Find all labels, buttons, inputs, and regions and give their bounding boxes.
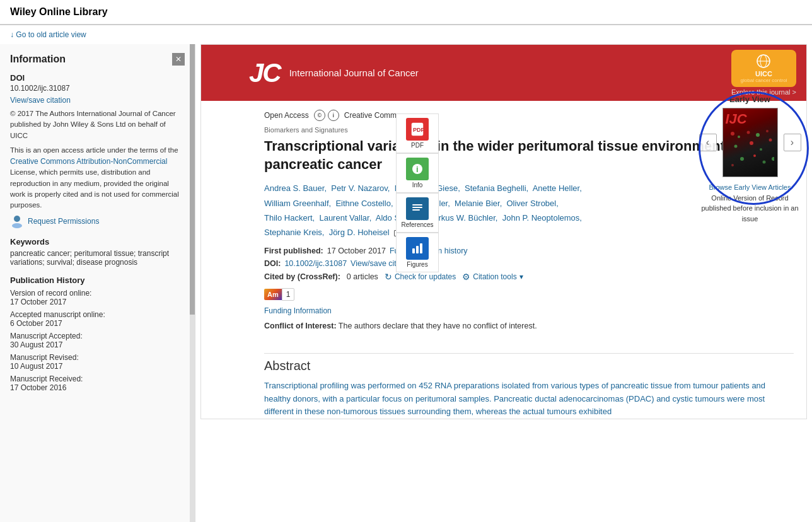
pdf-tool-button[interactable]: PDF PDF	[396, 113, 439, 153]
author-link[interactable]: Jörg D. Hoheisel	[329, 228, 390, 237]
keywords-label: Keywords	[10, 237, 185, 246]
sidebar-title: Information	[10, 54, 66, 65]
svg-rect-9	[412, 248, 415, 253]
svg-point-23	[760, 148, 762, 151]
svg-point-0	[14, 216, 20, 222]
doi-value-link[interactable]: 10.1002/ijc.31087	[284, 259, 347, 268]
author-link[interactable]: William Greenhalf	[264, 199, 329, 208]
dropdown-arrow-icon: ▾	[519, 272, 523, 281]
old-article-link-text: ↓ Go to old article view	[10, 30, 86, 39]
information-sidebar: Information ✕ DOI 10.1002/ijc.31087 View…	[0, 44, 195, 522]
references-icon	[411, 202, 424, 215]
svg-rect-6	[412, 204, 422, 206]
author-link[interactable]: Oliver Strobel	[506, 199, 556, 208]
svg-point-1	[12, 223, 22, 228]
funding-information-link[interactable]: Funding Information	[264, 306, 332, 315]
altmetric-am-label: Am	[264, 289, 282, 300]
site-title: Wiley Online Library	[10, 6, 108, 17]
author-link[interactable]: Laurent Vallar	[319, 213, 369, 223]
cc-license-link[interactable]: Creative Commons Attribution-NonCommerci…	[10, 157, 167, 166]
first-published-label: First published:	[264, 246, 323, 255]
svg-point-20	[766, 130, 768, 132]
license-text-2: License, which permits use, distribution…	[10, 168, 179, 209]
next-cover-button[interactable]: ›	[784, 134, 801, 151]
journal-logo-letters: JC	[249, 60, 281, 86]
references-tool-button[interactable]: References	[396, 193, 439, 233]
check-updates-label: Check for updates	[395, 272, 456, 281]
svg-point-28	[731, 164, 734, 166]
figures-label: Figures	[407, 261, 427, 268]
altmetric-score: 1	[282, 288, 295, 301]
author-link[interactable]: Stephanie Kreis	[264, 228, 322, 237]
sync-icon: ↻	[385, 272, 392, 282]
license-text: This is an open access article under the…	[10, 145, 185, 211]
prev-cover-button[interactable]: ‹	[699, 134, 717, 151]
pub-history-item: Accepted manuscript online: 6 October 20…	[10, 310, 185, 328]
old-article-link[interactable]: ↓ Go to old article view	[0, 25, 812, 44]
close-sidebar-button[interactable]: ✕	[172, 53, 185, 66]
abstract-title: Abstract	[264, 359, 794, 373]
pub-history-item: Manuscript Received: 17 October 2016	[10, 374, 185, 392]
svg-point-25	[740, 157, 744, 161]
svg-point-24	[768, 139, 772, 142]
conflict-label: Conflict of Interest:	[264, 322, 337, 330]
info-tool-button[interactable]: i Info	[396, 153, 439, 193]
journal-header: JC International Journal of Cancer UICC …	[201, 45, 806, 101]
author-link[interactable]: Eithne Costello	[335, 199, 390, 208]
cc-nd-icon: i	[328, 110, 339, 121]
cited-by-label: Cited by (CrossRef):	[264, 272, 340, 281]
pub-history-item: Manuscript Revised: 10 August 2017	[10, 353, 185, 371]
view-save-citation-link[interactable]: View/save citation	[10, 96, 71, 105]
uicc-badge: UICC global cancer control	[731, 50, 796, 87]
pub-history-item: Version of record online: 17 October 201…	[10, 289, 185, 306]
doi-label: DOI	[10, 73, 185, 83]
figures-icon	[411, 242, 424, 255]
first-published-row: First published: 17 October 2017 Full pu…	[264, 246, 794, 255]
content-area: PDF PDF i Info	[195, 44, 812, 522]
copyright-text: © 2017 The Authors International Journal…	[10, 108, 185, 141]
sidebar-scrollbar[interactable]	[190, 44, 195, 522]
svg-point-17	[738, 136, 740, 138]
figures-tool-button[interactable]: Figures	[396, 233, 439, 272]
first-published-date: 17 October 2017	[327, 246, 386, 255]
globe-icon	[756, 54, 771, 69]
author-link[interactable]: Thilo Hackert	[264, 213, 313, 223]
author-link[interactable]: Petr V. Nazarov	[331, 183, 388, 193]
info-icon: i	[411, 163, 424, 175]
svg-text:i: i	[416, 165, 419, 174]
journal-name: International Journal of Cancer	[283, 66, 425, 79]
gear-icon: ⚙	[462, 272, 470, 282]
doi-value: 10.1002/ijc.31087	[10, 84, 185, 93]
early-view-desc-text: Online Version of Record published befor…	[701, 194, 798, 223]
early-view-panel: Early View IJC	[698, 95, 802, 224]
cover-logo: IJC	[726, 111, 747, 127]
conflict-row: Conflict of Interest: The authors declar…	[264, 322, 794, 330]
svg-point-18	[746, 131, 750, 134]
author-link[interactable]: Melanie Bier	[455, 199, 500, 208]
svg-text:PDF: PDF	[413, 127, 424, 133]
browse-early-view-link[interactable]: Browse Early View Articles	[709, 183, 791, 191]
abstract-text: Transcriptional profiling was performed …	[264, 380, 794, 419]
permissions-icon	[10, 214, 24, 228]
citation-tools-button[interactable]: ⚙ Citation tools ▾	[462, 272, 523, 282]
cited-by-row: Cited by (CrossRef): 0 articles ↻ Check …	[264, 272, 794, 282]
altmetric-badge: Am 1	[264, 288, 294, 301]
check-updates-button[interactable]: ↻ Check for updates	[385, 272, 456, 282]
references-label: References	[401, 221, 433, 228]
tool-icons-panel: PDF PDF i Info	[396, 113, 439, 272]
author-link[interactable]: Andrea S. Bauer	[264, 183, 324, 193]
abstract-section: Abstract Transcriptional profiling was p…	[201, 353, 806, 419]
doi-label-article: DOI:	[264, 259, 281, 268]
uicc-sub: global cancer control	[741, 78, 787, 83]
svg-point-27	[762, 161, 765, 164]
early-view-description: Browse Early View Articles Online Versio…	[698, 182, 802, 224]
conflict-text: The authors declare that they have no co…	[339, 322, 537, 330]
pub-history-label: Publication History	[10, 276, 185, 285]
author-link[interactable]: Anette Heller	[533, 183, 579, 193]
info-label: Info	[412, 182, 423, 188]
author-link[interactable]: Stefania Beghelli	[465, 183, 526, 193]
svg-point-21	[734, 145, 737, 148]
request-permissions-link[interactable]: Request Permissions	[28, 217, 99, 226]
keywords-text: pancreatic cancer; peritumoral tissue; t…	[10, 249, 185, 267]
author-link[interactable]: John P. Neoptolemos	[502, 213, 580, 223]
